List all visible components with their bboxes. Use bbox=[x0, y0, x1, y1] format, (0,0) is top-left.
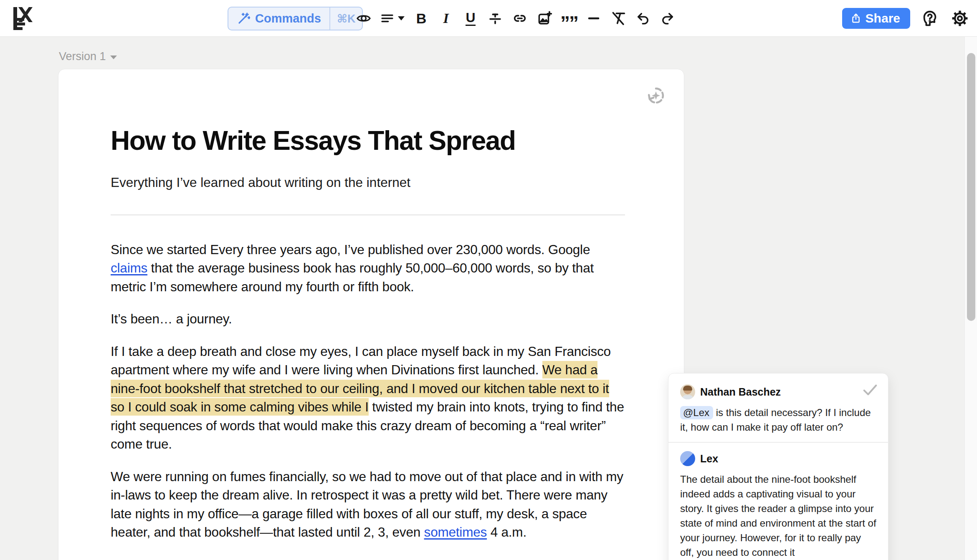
paragraph-text: We were running on fumes financially, so… bbox=[111, 469, 623, 540]
comment-thread-card: Nathan Baschez @Lex is this detail neces… bbox=[668, 373, 888, 560]
sometimes-link[interactable]: sometimes bbox=[424, 525, 487, 540]
version-dropdown[interactable]: Version 1 bbox=[59, 50, 117, 63]
italic-glyph: I bbox=[443, 10, 448, 26]
document-body: Since we started Every three years ago, … bbox=[111, 240, 625, 542]
header-right-cluster: Share bbox=[842, 0, 970, 37]
lex-mention-pill: @Lex bbox=[680, 406, 713, 419]
resolve-check-button[interactable] bbox=[862, 383, 878, 397]
paragraph-text: Since we started Every three years ago, … bbox=[111, 242, 590, 257]
settings-gear-icon bbox=[950, 9, 969, 28]
undo-button[interactable] bbox=[635, 9, 651, 28]
paragraph: If I take a deep breath and close my eye… bbox=[111, 342, 625, 454]
strikethrough-icon bbox=[487, 10, 503, 26]
share-button[interactable]: Share bbox=[842, 8, 910, 29]
comment-lex-reply: Lex The detail about the nine-foot books… bbox=[668, 443, 888, 560]
insert-image-button[interactable] bbox=[537, 9, 552, 28]
share-button-label: Share bbox=[866, 11, 900, 25]
strikethrough-button[interactable] bbox=[487, 9, 503, 28]
clear-formatting-icon bbox=[610, 10, 626, 27]
help-head-icon bbox=[920, 9, 939, 28]
comment-body: The detail about the nine-foot bookshelf… bbox=[680, 472, 876, 560]
ai-rewrite-button[interactable] bbox=[646, 86, 666, 105]
paragraph: Since we started Every three years ago, … bbox=[111, 240, 625, 296]
paragraph-text: 4 a.m. bbox=[487, 525, 526, 540]
bold-button[interactable]: B bbox=[413, 9, 429, 28]
lex-avatar bbox=[680, 451, 695, 466]
link-icon bbox=[512, 10, 528, 27]
document-subtitle: Everything I’ve learned about writing on… bbox=[111, 175, 623, 190]
help-button[interactable] bbox=[919, 8, 940, 29]
scrollbar-thumb[interactable] bbox=[967, 53, 975, 321]
share-export-icon bbox=[850, 13, 861, 24]
claims-link[interactable]: claims bbox=[111, 260, 147, 275]
bold-glyph: B bbox=[416, 10, 427, 27]
paragraph-text: that the average business book has rough… bbox=[111, 260, 594, 294]
insert-link-button[interactable] bbox=[512, 9, 528, 28]
formatting-toolbar: B I U bbox=[356, 0, 676, 37]
quote-glyph: ”” bbox=[560, 12, 578, 25]
commands-button[interactable]: Commands ⌘K bbox=[228, 7, 363, 30]
version-label: Version 1 bbox=[59, 50, 106, 63]
comment-body: @Lex is this detail necessary? If I incl… bbox=[680, 405, 876, 434]
paragraph: We were running on fumes financially, so… bbox=[111, 467, 625, 542]
align-left-icon bbox=[380, 11, 394, 25]
italic-button[interactable]: I bbox=[438, 9, 454, 28]
blockquote-button[interactable]: ”” bbox=[561, 9, 577, 28]
nathan-avatar bbox=[680, 384, 695, 399]
chevron-down-icon bbox=[110, 55, 117, 59]
redo-icon bbox=[660, 11, 675, 26]
focus-eye-button[interactable] bbox=[356, 9, 372, 28]
top-toolbar: Commands ⌘K B I U bbox=[0, 0, 977, 37]
comment-nathan: Nathan Baschez @Lex is this detail neces… bbox=[668, 373, 888, 443]
scrollbar-track[interactable] bbox=[964, 37, 977, 560]
horizontal-rule-button[interactable] bbox=[586, 9, 602, 28]
text-align-button[interactable] bbox=[380, 9, 405, 28]
paragraph: It’s been… a journey. bbox=[111, 310, 625, 328]
document-card: How to Write Essays That Spread Everythi… bbox=[58, 69, 684, 560]
underline-button[interactable]: U bbox=[463, 9, 478, 28]
undo-icon bbox=[635, 11, 650, 26]
chevron-down-icon bbox=[398, 16, 405, 20]
image-plus-icon bbox=[537, 10, 552, 27]
underline-glyph: U bbox=[466, 11, 475, 26]
section-divider bbox=[111, 214, 625, 215]
clear-formatting-button[interactable] bbox=[610, 9, 626, 28]
document-title: How to Write Essays That Spread bbox=[111, 126, 623, 156]
eye-icon bbox=[356, 10, 372, 27]
settings-button[interactable] bbox=[949, 8, 970, 29]
redo-button[interactable] bbox=[660, 9, 676, 28]
paragraph-text: If I take a deep breath and close my eye… bbox=[111, 344, 611, 378]
comment-author-name: Lex bbox=[700, 453, 718, 465]
lex-logo-icon[interactable] bbox=[12, 5, 35, 30]
commands-button-label: Commands bbox=[255, 12, 321, 25]
horizontal-rule-icon bbox=[586, 10, 602, 26]
document-editor[interactable]: How to Write Essays That Spread Everythi… bbox=[58, 69, 684, 542]
paragraph-text: It’s been… a journey. bbox=[111, 311, 232, 326]
comment-author-name: Nathan Baschez bbox=[700, 386, 781, 398]
magic-wand-icon bbox=[237, 12, 250, 25]
